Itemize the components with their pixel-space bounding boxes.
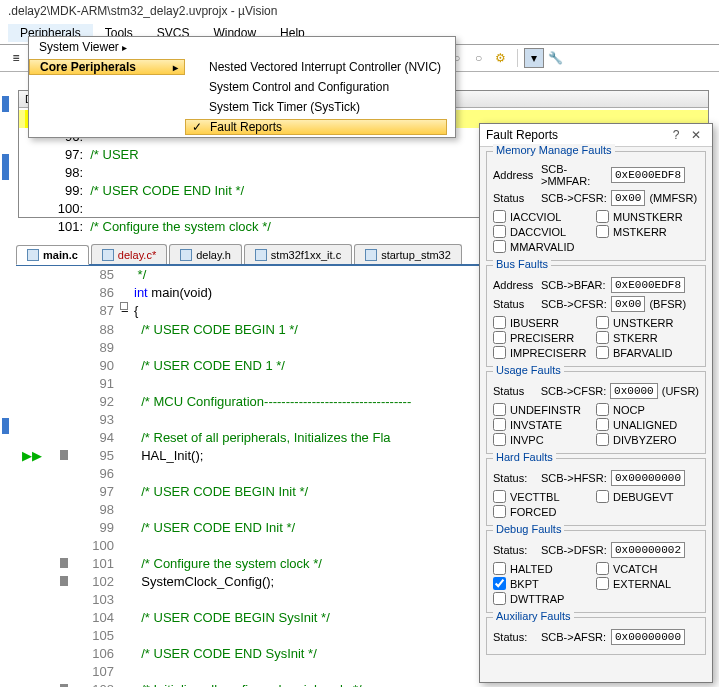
fault-checkbox[interactable]: VCATCH bbox=[596, 562, 699, 575]
fault-checkbox[interactable]: IMPRECISERR bbox=[493, 346, 596, 359]
fault-checkbox[interactable]: MSTKERR bbox=[596, 225, 699, 238]
menu-systick[interactable]: System Tick Timer (SysTick) bbox=[185, 100, 447, 114]
left-marker-bar bbox=[0, 0, 12, 687]
file-icon bbox=[180, 249, 192, 261]
close-icon[interactable]: ✕ bbox=[686, 128, 706, 142]
menu-syscfg[interactable]: System Control and Configuration bbox=[185, 80, 447, 94]
fault-group: Auxiliary FaultsStatus:SCB->AFSR:0x00000… bbox=[486, 617, 706, 655]
fault-reports-window: Fault Reports ? ✕ Memory Manage FaultsAd… bbox=[479, 123, 713, 683]
fault-value: 0x00 bbox=[611, 296, 645, 312]
file-tab[interactable]: delay.c* bbox=[91, 244, 167, 264]
fault-checkbox[interactable]: EXTERNAL bbox=[596, 577, 699, 590]
fault-row: AddressSCB->BFAR:0xE000EDF8 bbox=[493, 277, 699, 293]
fault-value: 0x0000 bbox=[610, 383, 658, 399]
fault-row: Status:SCB->AFSR:0x00000000 bbox=[493, 629, 699, 645]
file-tab[interactable]: stm32f1xx_it.c bbox=[244, 244, 352, 264]
menu-fault-reports[interactable]: ✓Fault Reports bbox=[185, 119, 447, 135]
fault-value: 0x00 bbox=[611, 190, 645, 206]
wrench-icon[interactable]: 🔧 bbox=[546, 48, 566, 68]
fault-row: Status:SCB->DFSR:0x00000002 bbox=[493, 542, 699, 558]
fault-checkbox[interactable]: UNALIGNED bbox=[596, 418, 699, 431]
fault-checkbox[interactable]: IACCVIOL bbox=[493, 210, 596, 223]
fault-checkbox[interactable]: DWTTRAP bbox=[493, 592, 596, 605]
menu-nvic[interactable]: Nested Vectored Interrupt Controller (NV… bbox=[185, 60, 447, 74]
menu-fault-reports-row: ✓Fault Reports bbox=[29, 117, 455, 137]
fault-checkbox[interactable]: MUNSTKERR bbox=[596, 210, 699, 223]
fault-checkbox[interactable]: BFARVALID bbox=[596, 346, 699, 359]
fault-checkbox[interactable]: FORCED bbox=[493, 505, 596, 518]
file-tab[interactable]: startup_stm32 bbox=[354, 244, 462, 264]
fault-group: Debug FaultsStatus:SCB->DFSR:0x00000002H… bbox=[486, 530, 706, 613]
window-icon[interactable]: ▾ bbox=[524, 48, 544, 68]
fault-group: Hard FaultsStatus:SCB->HFSR:0x00000000VE… bbox=[486, 458, 706, 526]
dot2-icon[interactable]: ○ bbox=[469, 48, 489, 68]
fault-checkbox[interactable]: INVPC bbox=[493, 433, 596, 446]
fault-checkbox[interactable]: VECTTBL bbox=[493, 490, 596, 503]
window-title: .delay2\MDK-ARM\stm32_delay2.uvprojx - µ… bbox=[0, 0, 719, 22]
fault-row: Status:SCB->HFSR:0x00000000 bbox=[493, 470, 699, 486]
fault-group: Memory Manage FaultsAddressSCB->MMFAR:0x… bbox=[486, 151, 706, 261]
menu-row: System Tick Timer (SysTick) bbox=[29, 97, 455, 117]
fault-title: Fault Reports bbox=[486, 128, 666, 142]
file-icon bbox=[365, 249, 377, 261]
file-tab[interactable]: main.c bbox=[16, 245, 89, 265]
fault-checkbox[interactable]: UNDEFINSTR bbox=[493, 403, 596, 416]
fault-checkbox[interactable]: DEBUGEVT bbox=[596, 490, 699, 503]
file-tab[interactable]: delay.h bbox=[169, 244, 242, 264]
fault-checkbox[interactable]: DIVBYZERO bbox=[596, 433, 699, 446]
fault-row: AddressSCB->MMFAR:0xE000EDF8 bbox=[493, 163, 699, 187]
fault-group: Usage FaultsStatusSCB->CFSR:0x0000(UFSR)… bbox=[486, 371, 706, 454]
menu-system-viewer[interactable]: System Viewer ▸ bbox=[29, 37, 455, 57]
file-icon bbox=[102, 249, 114, 261]
fault-value: 0x00000002 bbox=[611, 542, 685, 558]
check-icon: ✓ bbox=[192, 120, 202, 134]
fault-checkbox[interactable]: BKPT bbox=[493, 577, 596, 590]
fault-row: StatusSCB->CFSR:0x0000(UFSR) bbox=[493, 383, 699, 399]
fault-checkbox[interactable]: DACCVIOL bbox=[493, 225, 596, 238]
menu-core-peripherals[interactable]: Core Peripherals▸ Nested Vectored Interr… bbox=[29, 57, 455, 77]
fault-checkbox[interactable]: NOCP bbox=[596, 403, 699, 416]
fault-checkbox[interactable]: INVSTATE bbox=[493, 418, 596, 431]
fault-checkbox[interactable]: UNSTKERR bbox=[596, 316, 699, 329]
fault-value: 0xE000EDF8 bbox=[611, 277, 685, 293]
gear-icon[interactable]: ⚙ bbox=[491, 48, 511, 68]
fault-row: StatusSCB->CFSR:0x00(MMFSR) bbox=[493, 190, 699, 206]
fault-checkbox[interactable]: HALTED bbox=[493, 562, 596, 575]
fault-group: Bus FaultsAddressSCB->BFAR:0xE000EDF8Sta… bbox=[486, 265, 706, 367]
fault-row: StatusSCB->CFSR:0x00(BFSR) bbox=[493, 296, 699, 312]
fault-checkbox[interactable]: MMARVALID bbox=[493, 240, 596, 253]
fault-value: 0x00000000 bbox=[611, 470, 685, 486]
fault-value: 0x00000000 bbox=[611, 629, 685, 645]
file-icon bbox=[27, 249, 39, 261]
fault-value: 0xE000EDF8 bbox=[611, 167, 685, 183]
help-icon[interactable]: ? bbox=[666, 128, 686, 142]
file-icon bbox=[255, 249, 267, 261]
fault-checkbox[interactable]: STKERR bbox=[596, 331, 699, 344]
peripherals-dropdown: System Viewer ▸ Core Peripherals▸ Nested… bbox=[28, 36, 456, 138]
fault-checkbox[interactable]: PRECISERR bbox=[493, 331, 596, 344]
fault-checkbox[interactable]: IBUSERR bbox=[493, 316, 596, 329]
menu-row: System Control and Configuration bbox=[29, 77, 455, 97]
